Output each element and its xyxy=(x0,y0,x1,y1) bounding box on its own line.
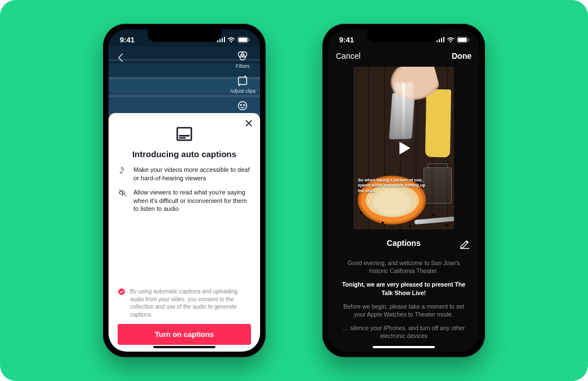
svg-rect-14 xyxy=(468,38,469,41)
adjust-clips-icon xyxy=(236,75,249,87)
promo-stage: 9:41 Filters xyxy=(0,0,588,381)
captions-hero-icon xyxy=(118,124,251,144)
battery-icon xyxy=(457,37,469,43)
caption-line[interactable]: Good evening, and welcome to San Jose's … xyxy=(338,259,469,275)
svg-rect-6 xyxy=(239,77,247,85)
captions-editor: Cancel Done So w xyxy=(328,29,479,352)
voice-effects-icon xyxy=(236,99,249,112)
adjust-clips-label: Adjust clips xyxy=(230,88,256,94)
home-indicator xyxy=(373,346,435,348)
svg-rect-2 xyxy=(249,38,250,41)
adjust-clips-tool[interactable]: Adjust clips xyxy=(230,75,256,94)
burned-in-caption: So when taking a picture of one, spend s… xyxy=(358,177,426,193)
auto-captions-sheet: Introducing auto captions Make your vide… xyxy=(109,113,260,352)
filters-label: Filters xyxy=(236,63,250,69)
caption-line[interactable]: … silence your iPhones, and turn off any… xyxy=(338,324,469,340)
filters-icon xyxy=(236,50,249,62)
caption-line[interactable]: Before we begin, please take a moment to… xyxy=(338,302,469,318)
cta-label: Turn on captions xyxy=(155,330,214,339)
cancel-button[interactable]: Cancel xyxy=(336,51,361,60)
benefit-readability: Allow viewers to read what you're saying… xyxy=(118,188,251,214)
status-time: 9:41 xyxy=(339,36,354,44)
editor-nav: Cancel Done xyxy=(328,46,479,66)
ear-icon xyxy=(118,166,128,183)
battery-icon xyxy=(237,37,250,43)
svg-point-9 xyxy=(244,105,245,106)
editor-side-tools: Filters Adjust clips xyxy=(230,50,256,112)
close-icon xyxy=(244,119,253,128)
svg-rect-1 xyxy=(239,37,248,41)
captions-title: Captions xyxy=(387,239,421,248)
turn-on-captions-button[interactable]: Turn on captions xyxy=(118,324,251,345)
captions-header: Captions xyxy=(328,235,479,251)
phone-left: 9:41 Filters xyxy=(103,24,266,357)
edit-captions-button[interactable] xyxy=(459,239,470,252)
svg-rect-13 xyxy=(458,37,467,41)
filters-tool[interactable]: Filters xyxy=(236,50,250,69)
svg-point-7 xyxy=(239,102,247,110)
consent-check-icon xyxy=(118,288,126,318)
pencil-icon xyxy=(459,239,470,250)
status-indicators xyxy=(436,37,470,43)
benefit-readability-text: Allow viewers to read what you're saying… xyxy=(133,188,251,214)
close-button[interactable] xyxy=(244,119,253,130)
play-icon xyxy=(394,138,414,158)
voice-effects-tool[interactable] xyxy=(236,99,249,112)
sheet-title: Introducing auto captions xyxy=(118,149,251,159)
captions-list[interactable]: Good evening, and welcome to San Jose's … xyxy=(328,251,479,344)
done-button[interactable]: Done xyxy=(452,51,472,60)
video-preview[interactable]: So when taking a picture of one, spend s… xyxy=(353,67,454,230)
consent-text: By using automatic captions and uploadin… xyxy=(130,288,251,318)
wifi-icon xyxy=(447,37,455,43)
benefit-accessibility: Make your videos more accessible to deaf… xyxy=(118,166,251,183)
device-notch xyxy=(148,29,221,42)
sound-off-icon xyxy=(118,188,128,214)
consent-row: By using automatic captions and uploadin… xyxy=(118,288,251,318)
home-indicator xyxy=(153,346,215,348)
back-button[interactable] xyxy=(115,52,127,66)
caption-line-current[interactable]: Tonight, we are very pleased to present … xyxy=(338,280,469,296)
benefit-accessibility-text: Make your videos more accessible to deaf… xyxy=(133,166,251,183)
svg-point-8 xyxy=(241,105,242,106)
svg-point-11 xyxy=(118,288,125,295)
status-time: 9:41 xyxy=(120,36,135,44)
device-notch xyxy=(367,29,440,42)
wifi-icon xyxy=(227,37,235,43)
phone-right: 9:41 Cancel Done xyxy=(322,24,485,357)
play-button[interactable] xyxy=(353,67,454,230)
status-indicators xyxy=(217,37,250,43)
